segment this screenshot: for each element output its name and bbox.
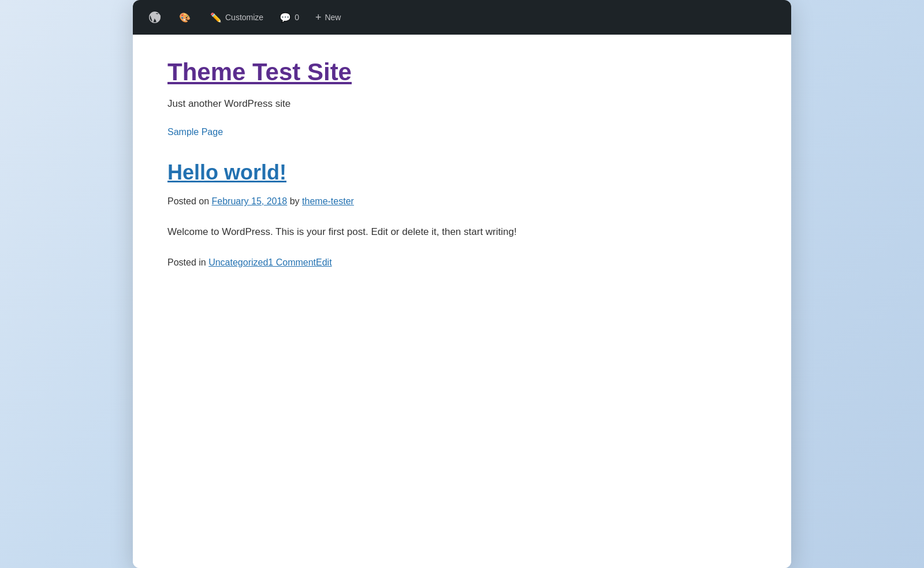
site-title[interactable]: Theme Test Site [167, 58, 757, 98]
sample-page-link[interactable]: Sample Page [167, 127, 223, 137]
admin-bar: 🎨 ✏️ Customize 💬 0 + New [133, 0, 791, 35]
post-title: Hello world! [167, 160, 757, 185]
post-title-link[interactable]: Hello world! [167, 160, 286, 184]
site-tagline: Just another WordPress site [167, 98, 757, 110]
new-content-button[interactable]: + New [308, 0, 348, 35]
site-content: Theme Test Site Just another WordPress s… [133, 35, 791, 568]
customize-button[interactable]: ✏️ Customize [203, 0, 270, 35]
post-article: Hello world! Posted on February 15, 2018… [167, 160, 757, 267]
post-content: Welcome to WordPress. This is your first… [167, 224, 757, 240]
site-navigation: Sample Page [167, 127, 757, 137]
wordpress-logo-icon [147, 9, 163, 25]
pencil-icon: ✏️ [210, 12, 222, 23]
new-label: New [325, 13, 341, 22]
post-category-link[interactable]: Uncategorized1 CommentEdit [208, 257, 331, 267]
post-author-link[interactable]: theme-tester [302, 196, 354, 206]
post-footer: Posted in Uncategorized1 CommentEdit [167, 257, 757, 268]
posted-on-text: Posted on [167, 196, 209, 206]
comments-count: 0 [295, 13, 299, 22]
comments-button[interactable]: 💬 0 [273, 0, 306, 35]
browser-window: 🎨 ✏️ Customize 💬 0 + New Theme Test Site… [133, 0, 791, 568]
plus-icon: + [315, 12, 322, 24]
post-date-link[interactable]: February 15, 2018 [212, 196, 288, 206]
palette-icon: 🎨 [179, 12, 191, 23]
comment-icon: 💬 [280, 12, 291, 23]
site-name-button[interactable]: 🎨 [172, 0, 201, 35]
by-text: by [290, 196, 302, 206]
customize-label: Customize [225, 13, 263, 22]
posted-in-text: Posted in [167, 257, 208, 267]
post-meta: Posted on February 15, 2018 by theme-tes… [167, 196, 757, 207]
site-title-link[interactable]: Theme Test Site [167, 58, 352, 87]
wp-logo-button[interactable] [140, 0, 170, 35]
